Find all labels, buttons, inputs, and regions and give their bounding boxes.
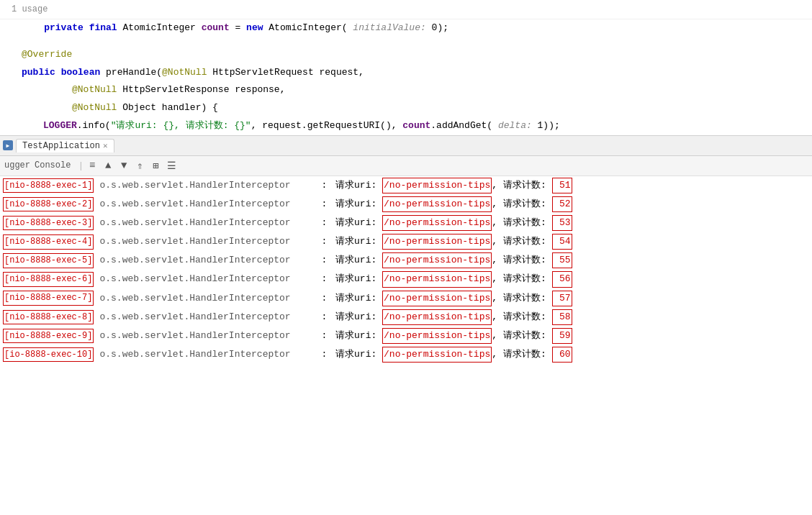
uri-value: /no-permission-tips xyxy=(382,309,492,325)
uri-value: /no-permission-tips xyxy=(382,196,492,212)
console-row: [nio-8888-exec-6] o.s.web.servlet.Handle… xyxy=(0,270,812,288)
grid-button[interactable]: ⊞ xyxy=(148,158,163,173)
log-text-count: 请求计数: xyxy=(503,197,552,211)
log-text-count: 请求计数: xyxy=(503,216,552,230)
handler-class: o.s.web.servlet.HandlerInterceptor xyxy=(99,272,315,286)
console-row: [nio-8888-exec-5] o.s.web.servlet.Handle… xyxy=(0,251,812,270)
app-icon: ▶ xyxy=(3,140,13,150)
param-hint-delta: delta: xyxy=(492,119,537,134)
log-string: "请求uri: {}, 请求计数: {}" xyxy=(111,119,251,134)
log-text-uri: 请求uri: xyxy=(335,216,382,230)
uri-value: /no-permission-tips xyxy=(382,271,492,287)
log-text-uri: 请求uri: xyxy=(335,291,382,306)
code-line-1: private final AtomicInteger count = new … xyxy=(0,19,812,37)
panel-tabs: ▶ TestApplication ✕ xyxy=(0,136,812,156)
uri-value: /no-permission-tips xyxy=(382,347,492,363)
console-row: [nio-8888-exec-3] o.s.web.servlet.Handle… xyxy=(0,214,812,232)
tab-close-icon[interactable]: ✕ xyxy=(103,141,108,150)
code-line-override: @Override xyxy=(0,46,812,64)
console-row: [io-8888-exec-10] o.s.web.servlet.Handle… xyxy=(0,345,812,364)
count-value: 59 xyxy=(552,328,572,344)
code-line-response: @NotNull HttpServletResponse response, xyxy=(0,81,812,99)
log-text-count: 请求计数: xyxy=(503,310,552,324)
menu-button[interactable]: ☰ xyxy=(164,158,179,173)
code-line-handler: @NotNull Object handler) { xyxy=(0,99,812,117)
logger-ref: LOGGER xyxy=(43,119,77,134)
log-text-uri: 请求uri: xyxy=(335,272,382,286)
uri-value: /no-permission-tips xyxy=(382,252,492,268)
comma-sep: , xyxy=(492,329,503,343)
handler-class: o.s.web.servlet.HandlerInterceptor xyxy=(99,310,315,324)
thread-id: [nio-8888-exec-8] xyxy=(3,310,94,325)
log-text-count: 请求计数: xyxy=(503,178,552,193)
log-text-uri: 请求uri: xyxy=(335,347,382,362)
count-ref: count xyxy=(402,119,430,134)
comma-sep: , xyxy=(492,310,503,324)
log-text-uri: 请求uri: xyxy=(335,178,382,193)
scroll-top-button[interactable]: ⇑ xyxy=(132,158,147,173)
thread-id: [nio-8888-exec-2] xyxy=(3,197,94,212)
colon-sep: : xyxy=(321,347,333,362)
log-text-count: 请求计数: xyxy=(503,347,552,362)
log-text-count: 请求计数: xyxy=(503,234,552,249)
param-hint-initialvalue: initialValue: xyxy=(348,21,432,36)
console-output: [nio-8888-exec-1] o.s.web.servlet.Handle… xyxy=(0,176,812,435)
log-text-count: 请求计数: xyxy=(503,272,552,286)
scroll-down-button[interactable]: ▼ xyxy=(117,158,131,173)
comma-sep: , xyxy=(492,253,503,268)
thread-id: [nio-8888-exec-1] xyxy=(3,178,94,193)
count-value: 51 xyxy=(552,178,572,193)
count-value: 53 xyxy=(552,215,572,231)
console-label[interactable]: Console xyxy=(35,160,71,170)
handler-class: o.s.web.servlet.HandlerInterceptor xyxy=(99,197,315,211)
comma-sep: , xyxy=(492,234,503,249)
colon-sep: : xyxy=(321,329,333,343)
handler-class: o.s.web.servlet.HandlerInterceptor xyxy=(99,291,315,306)
code-line-logger: LOGGER .info( "请求uri: {}, 请求计数: {}" , re… xyxy=(0,117,812,135)
log-text-count: 请求计数: xyxy=(503,291,552,306)
bottom-panel: ▶ TestApplication ✕ ugger Console | ≡ ▲ … xyxy=(0,136,812,435)
usage-hint: 1 usage xyxy=(0,0,812,19)
annotation-override: @Override xyxy=(22,47,72,63)
comma-sep: , xyxy=(492,216,503,230)
colon-sep: : xyxy=(321,310,333,324)
var-count: count xyxy=(202,21,230,36)
console-toolbar: ugger Console | ≡ ▲ ▼ ⇑ ⊞ ☰ xyxy=(0,156,812,176)
thread-id: [nio-8888-exec-7] xyxy=(3,291,94,306)
log-text-uri: 请求uri: xyxy=(335,253,382,268)
log-text-uri: 请求uri: xyxy=(335,310,382,324)
ugger-label[interactable]: ugger xyxy=(4,160,30,170)
console-row: [nio-8888-exec-8] o.s.web.servlet.Handle… xyxy=(0,308,812,327)
colon-sep: : xyxy=(321,272,333,286)
tab-label: TestApplication xyxy=(22,141,100,151)
uri-value: /no-permission-tips xyxy=(382,178,492,193)
separator xyxy=(0,37,812,46)
log-text-uri: 请求uri: xyxy=(335,329,382,343)
handler-class: o.s.web.servlet.HandlerInterceptor xyxy=(99,178,315,193)
console-row: [nio-8888-exec-4] o.s.web.servlet.Handle… xyxy=(0,232,812,251)
tab-testapplication[interactable]: TestApplication ✕ xyxy=(16,139,114,152)
count-value: 57 xyxy=(552,291,572,306)
uri-value: /no-permission-tips xyxy=(382,328,492,344)
console-row: [nio-8888-exec-7] o.s.web.servlet.Handle… xyxy=(0,289,812,308)
clear-button[interactable]: ≡ xyxy=(85,158,99,173)
log-text-uri: 请求uri: xyxy=(335,197,382,211)
count-value: 60 xyxy=(552,347,572,363)
comma-sep: , xyxy=(492,291,503,306)
thread-id: [nio-8888-exec-3] xyxy=(3,216,94,231)
code-line-prehandle: public boolean preHandle( @NotNull HttpS… xyxy=(0,64,812,82)
thread-id: [io-8888-exec-10] xyxy=(3,347,94,363)
scroll-up-button[interactable]: ▲ xyxy=(101,158,115,173)
thread-id: [nio-8888-exec-6] xyxy=(3,272,94,287)
colon-sep: : xyxy=(321,234,333,249)
colon-sep: : xyxy=(321,216,333,230)
uri-value: /no-permission-tips xyxy=(382,234,492,250)
annotation-notnull-2: @NotNull xyxy=(72,83,117,98)
comma-sep: , xyxy=(492,178,503,193)
annotation-notnull-3: @NotNull xyxy=(72,101,117,116)
console-row: [nio-8888-exec-1] o.s.web.servlet.Handle… xyxy=(0,176,812,195)
comma-sep: , xyxy=(492,347,503,362)
handler-class: o.s.web.servlet.HandlerInterceptor xyxy=(99,347,315,362)
colon-sep: : xyxy=(321,178,333,193)
console-row: [nio-8888-exec-2] o.s.web.servlet.Handle… xyxy=(0,195,812,214)
